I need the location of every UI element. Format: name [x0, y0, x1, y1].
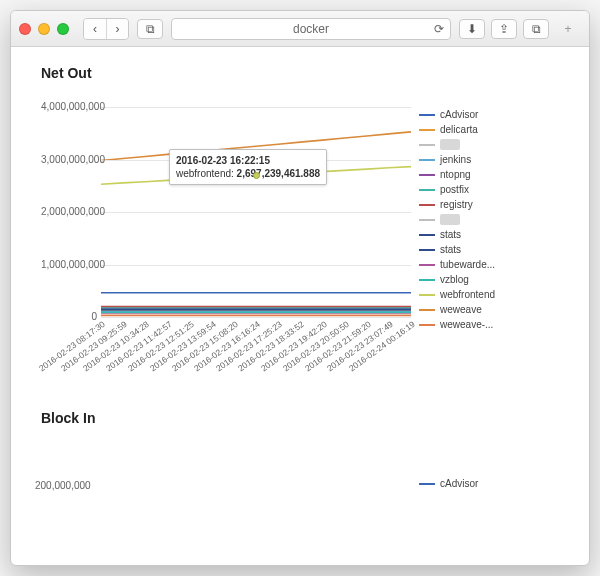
address-bar[interactable]: docker ⟳	[171, 18, 451, 40]
plot-area[interactable]: 2016-02-23 08:17:302016-02-23 09:25:5920…	[41, 107, 411, 317]
legend-label: xxxx	[440, 214, 460, 225]
chart-tooltip: 2016-02-23 16:22:15 webfrontend: 2,697,2…	[169, 149, 327, 185]
legend-label: tubewarde...	[440, 259, 495, 270]
gridline	[101, 317, 411, 318]
legend-swatch-icon	[419, 324, 435, 326]
legend-label: webfrontend	[440, 289, 495, 300]
legend-label: delicarta	[440, 124, 478, 135]
legend-label: cAdvisor	[440, 109, 478, 120]
minimize-window-icon[interactable]	[38, 23, 50, 35]
legend-swatch-icon	[419, 129, 435, 131]
reload-icon[interactable]: ⟳	[434, 22, 444, 36]
chart-legend: cAdvisor	[419, 476, 478, 492]
legend-swatch-icon	[419, 309, 435, 311]
x-axis-ticks: 2016-02-23 08:17:302016-02-23 09:25:5920…	[101, 319, 411, 379]
legend-swatch-icon	[419, 144, 435, 146]
titlebar: ‹ › ⧉ docker ⟳ ⬇ ⇪ ⧉ +	[11, 11, 589, 47]
y-tick-label: 0	[41, 311, 97, 322]
chart-legend: cAdvisordelicartaxxxxjenkinsntopngpostfi…	[419, 107, 495, 332]
gridline	[101, 265, 411, 266]
legend-item[interactable]: registry	[419, 197, 495, 212]
legend-item[interactable]: tubewarde...	[419, 257, 495, 272]
legend-swatch-icon	[419, 234, 435, 236]
legend-swatch-icon	[419, 249, 435, 251]
legend-label: xxxx	[440, 139, 460, 150]
download-icon: ⬇	[467, 22, 477, 36]
y-tick-label: 3,000,000,000	[41, 154, 97, 165]
close-window-icon[interactable]	[19, 23, 31, 35]
legend-swatch-icon	[419, 159, 435, 161]
chevron-right-icon: ›	[116, 22, 120, 36]
tooltip-value: 2,697,239,461.888	[237, 168, 320, 179]
tabs-icon: ⧉	[532, 22, 541, 36]
legend-label: registry	[440, 199, 473, 210]
legend-swatch-icon	[419, 294, 435, 296]
legend-swatch-icon	[419, 204, 435, 206]
window-controls	[19, 23, 69, 35]
toolbar-right: ⬇ ⇪ ⧉ +	[459, 19, 581, 39]
legend-label: weweave-...	[440, 319, 493, 330]
gridline	[101, 212, 411, 213]
legend-label: stats	[440, 229, 461, 240]
legend-item[interactable]: cAdvisor	[419, 107, 495, 122]
legend-item[interactable]: stats	[419, 242, 495, 257]
chart-block-in: 200,000,000 cAdvisor	[41, 452, 571, 492]
nav-back-forward: ‹ ›	[83, 18, 129, 40]
legend-label: weweave	[440, 304, 482, 315]
y-tick-label: 200,000,000	[35, 480, 91, 491]
legend-swatch-icon	[419, 279, 435, 281]
tabs-button[interactable]: ⧉	[523, 19, 549, 39]
new-tab-button[interactable]: +	[555, 19, 581, 39]
legend-item[interactable]: jenkins	[419, 152, 495, 167]
legend-label: ntopng	[440, 169, 471, 180]
legend-swatch-icon	[419, 189, 435, 191]
legend-item[interactable]: webfrontend	[419, 287, 495, 302]
legend-item[interactable]: delicarta	[419, 122, 495, 137]
tooltip-time: 2016-02-23 16:22:15	[176, 155, 270, 166]
chevron-left-icon: ‹	[93, 22, 97, 36]
legend-item[interactable]: cAdvisor	[419, 476, 478, 491]
share-button[interactable]: ⇪	[491, 19, 517, 39]
share-icon: ⇪	[499, 22, 509, 36]
y-tick-label: 4,000,000,000	[41, 101, 97, 112]
y-tick-label: 1,000,000,000	[41, 259, 97, 270]
tooltip-series: webfrontend:	[176, 168, 234, 179]
sidebar-icon: ⧉	[146, 22, 155, 36]
legend-swatch-icon	[419, 483, 435, 485]
legend-swatch-icon	[419, 219, 435, 221]
legend-item[interactable]: weweave	[419, 302, 495, 317]
plot-area[interactable]: 200,000,000	[41, 452, 411, 492]
zoom-window-icon[interactable]	[57, 23, 69, 35]
chart-block-in-section: Block In 200,000,000 cAdvisor	[41, 410, 571, 492]
chart-title-net-out: Net Out	[41, 65, 571, 81]
url-text: docker	[293, 22, 329, 36]
legend-item[interactable]: ntopng	[419, 167, 495, 182]
legend-item[interactable]: weweave-...	[419, 317, 495, 332]
legend-swatch-icon	[419, 264, 435, 266]
page-content: Net Out 2016-02-23 08:17:302016-02-23 09…	[11, 47, 589, 565]
back-button[interactable]: ‹	[84, 19, 106, 39]
legend-item[interactable]: stats	[419, 227, 495, 242]
legend-label: vzblog	[440, 274, 469, 285]
legend-label: stats	[440, 244, 461, 255]
legend-item[interactable]: vzblog	[419, 272, 495, 287]
plus-icon: +	[564, 22, 571, 36]
legend-item[interactable]: postfix	[419, 182, 495, 197]
legend-label: jenkins	[440, 154, 471, 165]
chart-net-out: 2016-02-23 08:17:302016-02-23 09:25:5920…	[41, 107, 571, 332]
chart-title-block-in: Block In	[41, 410, 571, 426]
legend-label: cAdvisor	[440, 478, 478, 489]
sidebar-button[interactable]: ⧉	[137, 19, 163, 39]
forward-button[interactable]: ›	[106, 19, 128, 39]
gridline	[101, 107, 411, 108]
legend-swatch-icon	[419, 114, 435, 116]
downloads-button[interactable]: ⬇	[459, 19, 485, 39]
legend-swatch-icon	[419, 174, 435, 176]
y-tick-label: 2,000,000,000	[41, 206, 97, 217]
legend-item[interactable]: xxxx	[419, 137, 495, 152]
browser-window: ‹ › ⧉ docker ⟳ ⬇ ⇪ ⧉ + Net Out 2016-02-2…	[10, 10, 590, 566]
legend-item[interactable]: xxxx	[419, 212, 495, 227]
legend-label: postfix	[440, 184, 469, 195]
